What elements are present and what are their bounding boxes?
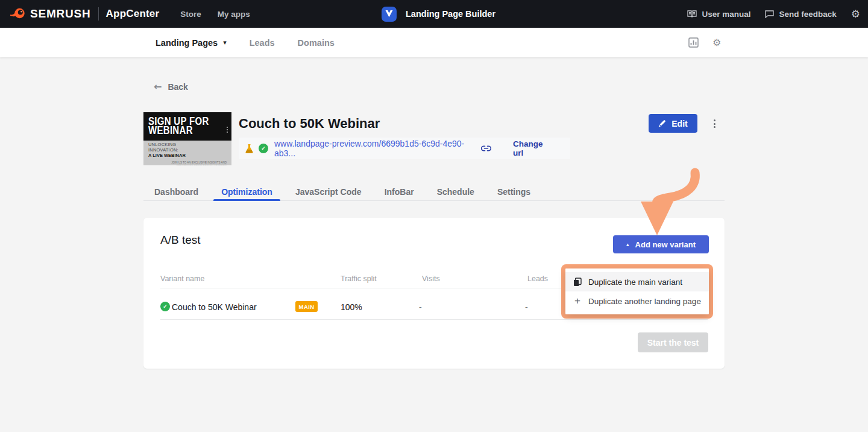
menu-item-duplicate-main-variant[interactable]: Duplicate the main variant	[565, 272, 709, 291]
app-title: Landing Page Builder	[406, 9, 495, 19]
column-visits: Visits	[422, 275, 440, 283]
book-icon	[687, 10, 697, 18]
topbar-left: SEMRUSH AppCenter Store My apps	[0, 7, 250, 21]
column-traffic-split: Traffic split	[341, 275, 377, 283]
variant-published-check-icon: ✓	[160, 302, 170, 311]
variant-visits: -	[419, 302, 422, 312]
thumbnail-sub-3: A LIVE WEBINAR	[148, 153, 227, 158]
flask-icon	[245, 144, 254, 154]
tab-optimization[interactable]: Optimization	[213, 183, 280, 200]
semrush-logo-icon[interactable]	[10, 7, 25, 21]
menu-item-duplicate-another-page[interactable]: + Duplicate another landing page	[565, 291, 709, 311]
menu-item-label: Duplicate the main variant	[588, 278, 682, 287]
tab-dashboard[interactable]: Dashboard	[146, 183, 206, 200]
user-manual-label: User manual	[702, 10, 750, 19]
variant-leads: -	[525, 302, 528, 312]
url-verified-icon: ✓	[259, 144, 268, 153]
add-variant-dropdown-menu: Duplicate the main variant + Duplicate a…	[565, 268, 709, 314]
topbar-app-group: Landing Page Builder	[382, 0, 495, 28]
tab-schedule[interactable]: Schedule	[429, 183, 482, 200]
nav-store[interactable]: Store	[180, 10, 201, 19]
thumbnail-headline-2: WEBINAR	[148, 124, 227, 136]
variant-name[interactable]: Couch to 50K Webinar	[172, 302, 257, 312]
duplicate-icon	[573, 278, 582, 287]
copy-link-icon[interactable]	[481, 145, 491, 151]
edit-button[interactable]: Edit	[649, 114, 697, 133]
thumbnail-fineprint: JOIN US TO AN EXCLUSIVE INSIGHTS AND STR…	[148, 161, 227, 165]
thumbnail-hero: SIGN UP FOR WEBINAR	[143, 112, 231, 141]
user-manual-link[interactable]: User manual	[687, 10, 750, 19]
subnav-settings-gear-icon[interactable]: ⚙	[712, 38, 721, 48]
column-leads: Leads	[527, 275, 548, 283]
app-subnav: Landing Pages ▾ Leads Domains ⚙	[0, 28, 868, 57]
chevron-down-icon: ▾	[223, 39, 227, 46]
send-feedback-label: Send feedback	[779, 10, 836, 19]
add-new-variant-label: Add new variant	[635, 240, 696, 249]
landing-page-builder-app-icon	[382, 7, 397, 22]
subnav-domains[interactable]: Domains	[298, 38, 335, 48]
landing-pages-dropdown[interactable]: Landing Pages ▾	[156, 38, 227, 48]
page-title: Couch to 50K Webinar	[239, 116, 380, 132]
change-url-link[interactable]: Change url	[513, 139, 555, 157]
chevron-up-icon: ▴	[626, 241, 629, 247]
ab-test-heading: A/B test	[160, 233, 201, 247]
landing-page-url[interactable]: www.landpage-preview.com/6699b1d5-6c9d-4…	[274, 139, 481, 158]
tab-infobar[interactable]: InfoBar	[377, 183, 422, 200]
send-feedback-link[interactable]: Send feedback	[765, 10, 836, 19]
start-test-button[interactable]: Start the test	[638, 332, 708, 352]
appcenter-wordmark: AppCenter	[106, 8, 160, 20]
app-window: SEMRUSH AppCenter Store My apps Landing …	[0, 0, 868, 432]
tab-settings[interactable]: Settings	[489, 183, 538, 200]
menu-item-label: Duplicate another landing page	[588, 297, 701, 306]
main-badge: MAIN	[295, 301, 318, 312]
table-divider	[160, 319, 708, 320]
subnav-leads[interactable]: Leads	[250, 38, 275, 48]
variant-traffic-split: 100%	[341, 302, 362, 312]
back-arrow-icon: ←	[154, 81, 162, 92]
feedback-bubble-icon	[765, 10, 774, 18]
thumbnail-sub-2: INNOVATION:	[148, 148, 227, 153]
brand-wordmark: SEMRUSH	[30, 7, 91, 21]
page-tabs: Dashboard Optimization JavaScript Code I…	[143, 183, 725, 201]
add-new-variant-button[interactable]: ▴ Add new variant	[613, 235, 709, 253]
nav-my-apps[interactable]: My apps	[218, 10, 250, 19]
pencil-icon	[658, 119, 666, 127]
thumbnail-body: UNLOCKING INNOVATION: A LIVE WEBINAR JOI…	[143, 141, 231, 165]
topbar-settings-gear-icon[interactable]: ⚙	[851, 9, 860, 19]
landing-page-thumbnail: SIGN UP FOR WEBINAR UNLOCKING INNOVATION…	[143, 112, 231, 165]
topbar-divider	[98, 7, 99, 21]
subnav-icons: ⚙	[688, 28, 721, 57]
tab-javascript-code[interactable]: JavaScript Code	[288, 183, 370, 200]
topbar-nav: Store My apps	[180, 10, 250, 19]
edit-label: Edit	[671, 119, 687, 129]
plus-icon: +	[573, 295, 582, 307]
topbar: SEMRUSH AppCenter Store My apps Landing …	[0, 0, 868, 28]
column-variant-name: Variant name	[160, 275, 204, 283]
url-bar: ✓ www.landpage-preview.com/6699b1d5-6c9d…	[239, 138, 570, 159]
thumbnail-kebab-icon	[227, 127, 228, 133]
landing-pages-label: Landing Pages	[156, 38, 218, 48]
back-button[interactable]: ← Back	[154, 81, 188, 92]
back-label: Back	[168, 82, 187, 92]
topbar-right: User manual Send feedback ⚙	[687, 0, 860, 28]
page-kebab-menu-icon[interactable]	[711, 117, 718, 130]
analytics-chart-icon[interactable]	[688, 37, 699, 48]
